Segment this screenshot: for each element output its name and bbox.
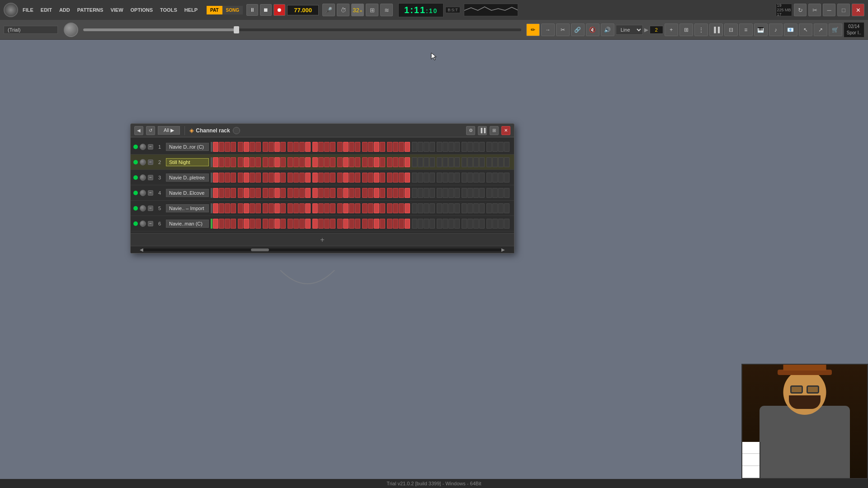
beat-cell[interactable] — [405, 142, 410, 152]
beat-cell[interactable] — [362, 219, 368, 229]
beat-cell[interactable] — [504, 203, 509, 213]
ch-vol-4[interactable] — [140, 190, 146, 196]
beat-cell[interactable] — [250, 188, 255, 198]
beat-cell[interactable] — [504, 157, 509, 167]
cursor-icon[interactable]: ↖ — [799, 23, 812, 36]
ch-minus-1[interactable]: − — [148, 144, 153, 150]
beat-cell[interactable] — [219, 219, 224, 229]
beat-cell[interactable] — [424, 157, 429, 167]
beat-cell[interactable] — [405, 188, 410, 198]
beat-cell[interactable] — [244, 219, 249, 229]
beat-cell[interactable] — [437, 219, 442, 229]
beat-cell[interactable] — [244, 203, 249, 213]
ch-name-3[interactable]: Navie D..pletree — [166, 174, 209, 182]
beat-cell[interactable] — [263, 157, 268, 167]
beat-cell[interactable] — [330, 142, 335, 152]
beat-cell[interactable] — [312, 219, 318, 229]
beat-cell[interactable] — [486, 219, 492, 229]
beat-cell[interactable] — [250, 157, 255, 167]
draw-tool[interactable]: ✏ — [526, 23, 540, 36]
beat-cell[interactable] — [219, 142, 224, 152]
menu-view[interactable]: VIEW — [108, 5, 126, 14]
beat-cell[interactable] — [374, 157, 379, 167]
beat-cell[interactable] — [343, 173, 349, 183]
beat-cell[interactable] — [312, 173, 318, 183]
beat-cell[interactable] — [412, 142, 417, 152]
beat-cell[interactable] — [355, 173, 360, 183]
song-button[interactable]: SONG — [222, 6, 243, 14]
rack-back-button[interactable]: ◀ — [134, 126, 143, 135]
beat-cell[interactable] — [479, 188, 485, 198]
beat-cell[interactable] — [250, 219, 255, 229]
beat-cell[interactable] — [337, 203, 343, 213]
beat-cell[interactable] — [429, 188, 435, 198]
beat-cell[interactable] — [368, 142, 373, 152]
beat-cell[interactable] — [454, 188, 460, 198]
transport-icon-4[interactable]: ⊞ — [366, 4, 378, 16]
beat-cell[interactable] — [443, 188, 448, 198]
beat-cell[interactable] — [293, 157, 299, 167]
ch-minus-2[interactable]: − — [148, 160, 153, 165]
maximize-icon[interactable]: □ — [837, 4, 850, 16]
beat-cell[interactable] — [473, 173, 479, 183]
ch-name-2[interactable]: Still Night — [166, 158, 209, 166]
beat-cell[interactable] — [318, 173, 324, 183]
beat-cell[interactable] — [293, 173, 299, 183]
beat-cell[interactable] — [288, 219, 293, 229]
beat-cell[interactable] — [393, 142, 398, 152]
beat-cell[interactable] — [448, 219, 454, 229]
beat-cell[interactable] — [280, 219, 286, 229]
beat-cell[interactable] — [393, 173, 398, 183]
beat-cell[interactable] — [424, 219, 429, 229]
beat-cell[interactable] — [498, 173, 504, 183]
beat-cell[interactable] — [462, 188, 467, 198]
ch-led-4[interactable] — [133, 191, 138, 195]
rack-all-dropdown[interactable]: All ▶ — [158, 126, 180, 135]
beat-cell[interactable] — [374, 219, 379, 229]
beat-cell[interactable] — [412, 157, 417, 167]
beat-cell[interactable] — [305, 188, 311, 198]
ch-vol-6[interactable] — [140, 221, 146, 227]
beat-cell[interactable] — [504, 188, 509, 198]
beat-cell[interactable] — [443, 203, 448, 213]
beat-cell[interactable] — [238, 219, 243, 229]
beat-cell[interactable] — [343, 203, 349, 213]
beat-cell[interactable] — [412, 203, 417, 213]
beat-cell[interactable] — [231, 157, 236, 167]
menu-options[interactable]: OPTIONS — [128, 5, 156, 14]
beat-cell[interactable] — [448, 157, 454, 167]
beat-cell[interactable] — [443, 142, 448, 152]
ch-vol-5[interactable] — [140, 205, 146, 211]
beat-cell[interactable] — [305, 157, 311, 167]
minimize-icon[interactable]: ─ — [823, 4, 835, 16]
beat-cell[interactable] — [225, 173, 230, 183]
beat-cell[interactable] — [479, 142, 485, 152]
beat-cell[interactable] — [269, 142, 274, 152]
beat-cell[interactable] — [269, 203, 274, 213]
list-icon[interactable]: ≡ — [739, 23, 753, 36]
beat-cell[interactable] — [280, 173, 286, 183]
beat-cell[interactable] — [418, 157, 423, 167]
beat-cell[interactable] — [448, 173, 454, 183]
beat-cell[interactable] — [280, 157, 286, 167]
beat-cell[interactable] — [337, 188, 343, 198]
beat-cell[interactable] — [213, 173, 218, 183]
beat-cell[interactable] — [368, 203, 373, 213]
beat-cell[interactable] — [299, 188, 305, 198]
beat-cell[interactable] — [355, 157, 360, 167]
beat-cell[interactable] — [355, 188, 360, 198]
beat-cell[interactable] — [412, 219, 417, 229]
menu-help[interactable]: HELP — [182, 5, 200, 14]
beat-cell[interactable] — [293, 188, 299, 198]
beat-cell[interactable] — [454, 157, 460, 167]
pause-button[interactable]: ⏸ — [246, 4, 258, 16]
beat-cell[interactable] — [337, 157, 343, 167]
beat-cell[interactable] — [387, 188, 392, 198]
beat-cell[interactable] — [479, 157, 485, 167]
beat-cell[interactable] — [250, 203, 255, 213]
ch-name-5[interactable]: Navie.. – Import — [166, 204, 209, 212]
pat-button[interactable]: PAT — [207, 6, 222, 14]
beat-cell[interactable] — [368, 173, 373, 183]
beat-cell[interactable] — [387, 203, 392, 213]
beat-cell[interactable] — [437, 188, 442, 198]
